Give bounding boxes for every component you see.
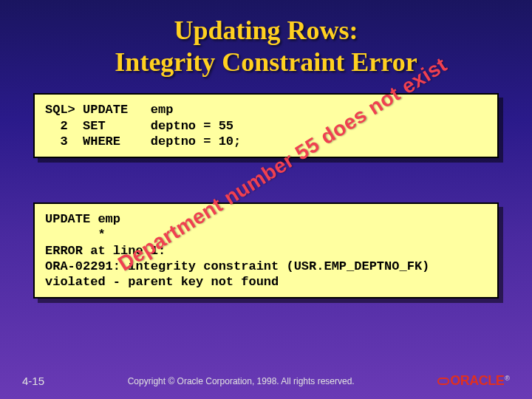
error-output-text: UPDATE emp * ERROR at line 1: ORA-02291:…: [45, 212, 429, 289]
title-line-2: Integrity Constraint Error: [0, 47, 532, 78]
sql-statement-text: SQL> UPDATE emp 2 SET deptno = 55 3 WHER…: [45, 103, 241, 149]
page-number: 4-15: [22, 375, 44, 387]
sql-statement-box: SQL> UPDATE emp 2 SET deptno = 55 3 WHER…: [33, 93, 499, 158]
error-output-box: UPDATE emp * ERROR at line 1: ORA-02291:…: [33, 202, 499, 299]
footer: 4-15 Copyright © Oracle Corporation, 199…: [0, 373, 532, 389]
copyright-text: Copyright © Oracle Corporation, 1998. Al…: [44, 376, 437, 386]
oracle-logo-text: ORACLE: [450, 373, 504, 389]
slide-title: Updating Rows: Integrity Constraint Erro…: [0, 0, 532, 78]
oracle-logo-icon: [437, 375, 449, 387]
title-line-1: Updating Rows:: [0, 15, 532, 47]
slide: Updating Rows: Integrity Constraint Erro…: [0, 0, 532, 399]
oracle-logo-tm: ®: [505, 373, 510, 382]
svg-rect-0: [438, 378, 449, 384]
oracle-logo: ORACLE ®: [437, 373, 510, 389]
